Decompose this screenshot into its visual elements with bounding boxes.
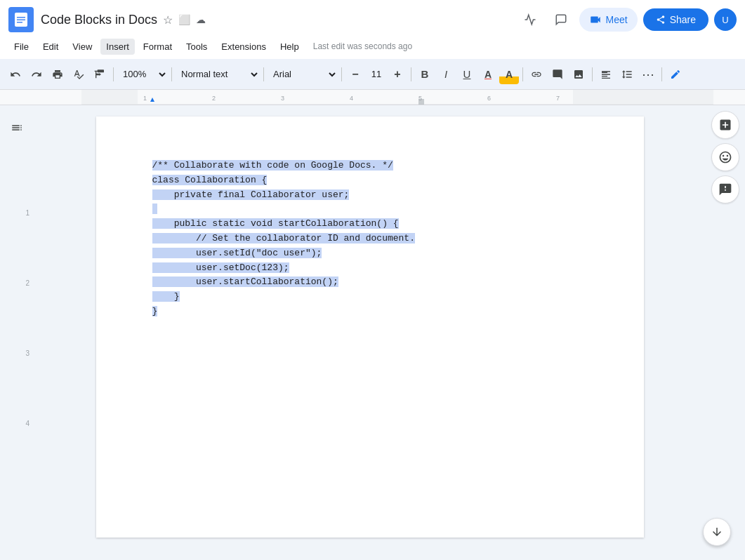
- zoom-select[interactable]: 100% 75% 125% 150%: [117, 65, 168, 84]
- editing-mode-button[interactable]: [666, 65, 685, 84]
- code-line-6: user.setId("doc user");: [152, 246, 588, 261]
- svg-rect-16: [418, 99, 424, 105]
- navigate-down-button[interactable]: [703, 518, 731, 546]
- italic-button[interactable]: I: [436, 65, 456, 84]
- font-size-area: − +: [345, 65, 407, 84]
- meet-label: Meet: [606, 14, 628, 25]
- line-spacing-button[interactable]: [617, 65, 637, 84]
- more-options-button[interactable]: ⋯: [638, 65, 658, 84]
- left-sidebar: 1 2 3 4: [0, 105, 34, 560]
- svg-text:1: 1: [143, 95, 147, 102]
- folder-icon[interactable]: ⬜: [178, 14, 190, 25]
- doc-title-row: Code Blocks in Docs ☆ ⬜ ☁: [41, 13, 517, 27]
- font-size-decrease-button[interactable]: −: [345, 65, 365, 84]
- insert-block-button[interactable]: [711, 111, 739, 139]
- code-line-9: }: [152, 290, 588, 305]
- margin-num-3: 3: [25, 349, 29, 357]
- menu-insert[interactable]: Insert: [100, 39, 135, 55]
- svg-rect-3: [17, 20, 25, 21]
- code-line-4: public static void startCollaboration() …: [152, 217, 588, 232]
- redo-button[interactable]: [27, 65, 46, 84]
- margin-num-2: 2: [25, 279, 29, 287]
- margin-numbers: 1 2 3 4: [0, 167, 34, 448]
- menu-format[interactable]: Format: [138, 39, 178, 55]
- last-edit-status: Last edit was seconds ago: [313, 41, 412, 51]
- code-block[interactable]: /** Collaborate with code on Google Docs…: [152, 159, 588, 319]
- menu-bar: File Edit View Insert Format Tools Exten…: [0, 34, 745, 59]
- main-area: 1 2 3 4 /** Collaborate with code on Goo…: [0, 105, 745, 560]
- page-area[interactable]: /** Collaborate with code on Google Docs…: [34, 105, 706, 560]
- menu-tools[interactable]: Tools: [180, 39, 213, 55]
- menu-view[interactable]: View: [67, 39, 98, 55]
- user-avatar[interactable]: U: [714, 8, 737, 31]
- spell-check-button[interactable]: [69, 65, 88, 84]
- font-size-input[interactable]: [365, 69, 388, 79]
- doc-title[interactable]: Code Blocks in Docs: [41, 13, 157, 27]
- svg-rect-2: [17, 17, 25, 18]
- font-size-increase-button[interactable]: +: [388, 65, 407, 84]
- menu-help[interactable]: Help: [275, 39, 305, 55]
- underline-button[interactable]: U: [457, 65, 477, 84]
- font-color-button[interactable]: A: [478, 65, 498, 84]
- code-line-5: // Set the collaborator ID and document.: [152, 232, 588, 246]
- highlight-color-button[interactable]: A: [499, 65, 519, 84]
- toolbar: 100% 75% 125% 150% Normal text Heading 1…: [0, 59, 745, 90]
- comments-button[interactable]: [548, 7, 574, 32]
- margin-num-4: 4: [25, 420, 29, 427]
- menu-edit[interactable]: Edit: [37, 39, 64, 55]
- margin-num-1: 1: [25, 209, 29, 217]
- divider-4: [341, 67, 342, 81]
- share-label: Share: [670, 14, 696, 25]
- analytics-button[interactable]: [517, 7, 543, 32]
- divider-1: [113, 67, 114, 81]
- emoji-button[interactable]: [711, 143, 739, 171]
- star-icon[interactable]: ☆: [163, 13, 173, 27]
- svg-text:2: 2: [212, 95, 216, 102]
- document-page[interactable]: /** Collaborate with code on Google Docs…: [96, 116, 644, 538]
- code-line-1: class Collaboration {: [152, 173, 588, 188]
- divider-3: [263, 67, 264, 81]
- code-line-2: private final Collaborator user;: [152, 188, 588, 203]
- svg-text:6: 6: [487, 95, 491, 102]
- insert-image-button[interactable]: [569, 65, 588, 84]
- divider-5: [411, 67, 411, 81]
- code-line-0: /** Collaborate with code on Google Docs…: [152, 159, 588, 173]
- cloud-icon[interactable]: ☁: [196, 14, 206, 25]
- insert-comment-button[interactable]: [548, 65, 567, 84]
- code-line-7: user.setDoc(123);: [152, 261, 588, 276]
- share-button[interactable]: Share: [643, 8, 708, 31]
- paint-format-button[interactable]: [90, 65, 110, 84]
- divider-2: [171, 67, 172, 81]
- divider-6: [522, 67, 523, 81]
- insert-link-button[interactable]: [527, 65, 546, 84]
- docs-logo[interactable]: [8, 7, 34, 32]
- outline-toggle-button[interactable]: [6, 116, 28, 139]
- svg-text:7: 7: [556, 95, 560, 102]
- font-select[interactable]: Arial Times New Roman Courier New Verdan…: [268, 65, 338, 84]
- title-bar: Code Blocks in Docs ☆ ⬜ ☁ Meet: [0, 0, 745, 34]
- menu-extensions[interactable]: Extensions: [216, 39, 272, 55]
- divider-7: [592, 67, 593, 81]
- ruler-inner: 1 2 3 4 5 6 7: [81, 90, 745, 105]
- menu-file[interactable]: File: [8, 39, 34, 55]
- feedback-button[interactable]: [711, 175, 739, 204]
- header-right: Meet Share U: [517, 7, 737, 32]
- bold-button[interactable]: B: [415, 65, 435, 84]
- undo-button[interactable]: [6, 65, 25, 84]
- ruler: 1 2 3 4 5 6 7: [0, 90, 745, 105]
- paragraph-style-select[interactable]: Normal text Heading 1 Heading 2 Heading …: [176, 65, 260, 84]
- alignment-button[interactable]: [596, 65, 616, 84]
- code-line-10: }: [152, 305, 588, 319]
- print-button[interactable]: [48, 65, 67, 84]
- divider-8: [661, 67, 662, 81]
- code-line-3: [152, 202, 588, 217]
- svg-rect-6: [81, 90, 138, 105]
- right-sidebar: [706, 105, 745, 560]
- meet-button[interactable]: Meet: [579, 8, 638, 32]
- doc-title-area: Code Blocks in Docs ☆ ⬜ ☁: [41, 13, 517, 27]
- svg-text:3: 3: [281, 95, 284, 102]
- code-line-8: user.startCollaboration();: [152, 275, 588, 290]
- svg-rect-4: [17, 22, 22, 23]
- svg-marker-15: [150, 98, 154, 102]
- svg-text:4: 4: [350, 95, 353, 102]
